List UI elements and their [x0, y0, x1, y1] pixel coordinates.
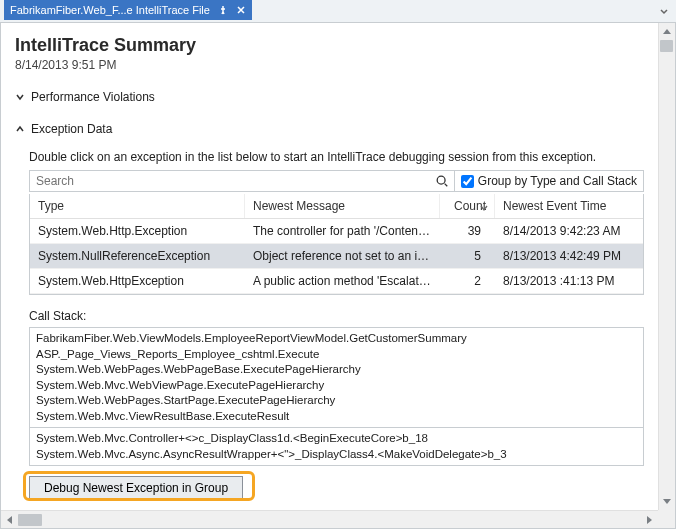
hscroll-thumb[interactable] — [18, 514, 42, 526]
horizontal-scrollbar[interactable] — [1, 510, 658, 528]
column-message[interactable]: Newest Message — [245, 194, 440, 218]
search-box[interactable] — [29, 170, 455, 192]
document-pane: IntelliTrace Summary 8/14/2013 9:51 PM P… — [0, 22, 676, 529]
cell: System.Web.HttpException — [30, 269, 245, 293]
content-area: IntelliTrace Summary 8/14/2013 9:51 PM P… — [1, 23, 658, 510]
scroll-right-icon[interactable] — [641, 511, 658, 528]
scroll-up-icon[interactable] — [659, 23, 676, 40]
cell: System.NullReferenceException — [30, 244, 245, 268]
exception-grid: Type Newest Message Count Newest Event T… — [29, 194, 644, 295]
cell: 2 — [440, 269, 495, 293]
search-icon[interactable] — [434, 173, 450, 189]
section-exception-data[interactable]: Exception Data — [15, 118, 644, 140]
scroll-left-icon[interactable] — [1, 511, 18, 528]
section-label: Performance Violations — [31, 90, 155, 104]
callstack-label: Call Stack: — [29, 309, 644, 323]
group-checkbox-input[interactable] — [461, 175, 474, 188]
scroll-corner — [658, 510, 675, 528]
exception-toolbar: Group by Type and Call Stack — [29, 170, 644, 192]
cell: 8/13/2013 :41:13 PM — [495, 269, 643, 293]
chevron-up-icon — [15, 124, 25, 134]
grid-body: System.Web.Http.ExceptionThe controller … — [30, 219, 643, 294]
cell: 8/13/2013 4:42:49 PM — [495, 244, 643, 268]
cell: 8/14/2013 9:42:23 AM — [495, 219, 643, 243]
exception-body: Double click on an exception in the list… — [15, 140, 644, 500]
callstack-box-secondary[interactable]: System.Web.Mvc.Controller+<>c_DisplayCla… — [29, 427, 644, 466]
group-label: Group by Type and Call Stack — [478, 174, 637, 188]
scroll-down-icon[interactable] — [659, 493, 676, 510]
chevron-down-icon — [15, 92, 25, 102]
column-time[interactable]: Newest Event Time — [495, 194, 643, 218]
svg-point-0 — [437, 176, 445, 184]
table-row[interactable]: System.NullReferenceExceptionObject refe… — [30, 244, 643, 269]
debug-newest-exception-button[interactable]: Debug Newest Exception in Group — [29, 476, 243, 500]
page-title: IntelliTrace Summary — [15, 35, 644, 56]
section-label: Exception Data — [31, 122, 112, 136]
callstack-box-primary[interactable]: FabrikamFiber.Web.ViewModels.EmployeeRep… — [29, 327, 644, 428]
section-performance-violations[interactable]: Performance Violations — [15, 86, 644, 108]
cell: Object reference not set to an instance.… — [245, 244, 440, 268]
cell: System.Web.Http.Exception — [30, 219, 245, 243]
table-row[interactable]: System.Web.Http.ExceptionThe controller … — [30, 219, 643, 244]
vscroll-thumb[interactable] — [660, 40, 673, 52]
vertical-scrollbar[interactable] — [658, 23, 675, 510]
tab-title: FabrikamFiber.Web_F...e IntelliTrace Fil… — [10, 0, 210, 20]
group-by-checkbox[interactable]: Group by Type and Call Stack — [455, 170, 644, 192]
cell: 5 — [440, 244, 495, 268]
grid-header: Type Newest Message Count Newest Event T… — [30, 194, 643, 219]
sort-desc-icon — [480, 201, 488, 215]
close-icon[interactable] — [236, 5, 246, 15]
exception-hint: Double click on an exception in the list… — [29, 150, 644, 164]
tab-bar: FabrikamFiber.Web_F...e IntelliTrace Fil… — [0, 0, 676, 22]
cell: 39 — [440, 219, 495, 243]
column-type[interactable]: Type — [30, 194, 245, 218]
summary-timestamp: 8/14/2013 9:51 PM — [15, 58, 644, 72]
search-input[interactable] — [34, 173, 434, 189]
document-tab[interactable]: FabrikamFiber.Web_F...e IntelliTrace Fil… — [4, 0, 252, 20]
pin-icon[interactable] — [218, 5, 228, 15]
column-count[interactable]: Count — [440, 194, 495, 218]
tab-menu-button[interactable] — [656, 3, 672, 19]
table-row[interactable]: System.Web.HttpExceptionA public action … — [30, 269, 643, 294]
cell: A public action method 'Escalate' was... — [245, 269, 440, 293]
cell: The controller for path '/Contents/fonts… — [245, 219, 440, 243]
